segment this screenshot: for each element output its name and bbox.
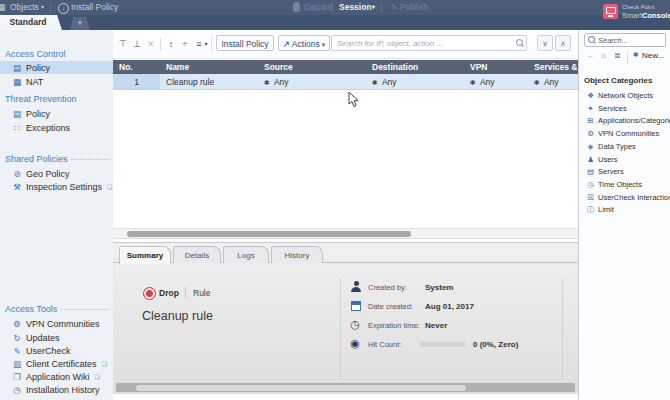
cell-vpn: ✱Any xyxy=(466,74,530,89)
scrollbar-thumb[interactable] xyxy=(127,231,411,237)
category-users[interactable]: ♟Users xyxy=(586,154,670,165)
category-time-objects[interactable]: ◷Time Objects xyxy=(586,179,670,190)
hit-count-bar xyxy=(420,342,466,347)
history-clock-icon: ◷ xyxy=(12,385,22,395)
item-label: Services xyxy=(598,104,627,113)
sidebar-item-client-certificates[interactable]: ▥ Client Certificates ❏ xyxy=(0,357,113,370)
external-link-icon: ❏ xyxy=(102,360,107,367)
sidebar-item-exceptions[interactable]: ∷ Exceptions xyxy=(0,121,113,134)
sidebar-item-vpn-communities[interactable]: ⚙ VPN Communities xyxy=(0,317,113,330)
new-tab-button[interactable]: + xyxy=(70,17,90,30)
column-destination[interactable]: Destination xyxy=(368,60,466,74)
gear-icon: ⚙ xyxy=(586,129,595,138)
list-view-icon[interactable]: ≣ xyxy=(614,51,621,60)
actions-label: Actions xyxy=(292,39,320,49)
tab-summary[interactable]: Summary xyxy=(119,246,171,264)
cell-value: Any xyxy=(480,77,495,87)
item-label: Application Wiki xyxy=(26,372,90,382)
home-icon[interactable]: ⌂ xyxy=(601,51,606,60)
divider xyxy=(562,279,563,379)
item-label: Time Objects xyxy=(598,180,642,189)
sidebar-item-application-wiki[interactable]: ❐ Application Wiki ❏ xyxy=(0,370,113,383)
discard-button[interactable]: Discard xyxy=(304,0,333,15)
sidebar-item-inspection-settings[interactable]: ⚒ Inspection Settings ❏ xyxy=(0,180,113,193)
column-name[interactable]: Name xyxy=(160,60,260,74)
horizontal-scrollbar[interactable] xyxy=(113,228,578,239)
new-object-button[interactable]: New... xyxy=(642,51,664,60)
rulebase-search-input[interactable] xyxy=(331,35,527,51)
section-title: Threat Prevention xyxy=(5,93,77,105)
tab-logs[interactable]: Logs xyxy=(223,246,269,263)
cell-name: Cleanup rule xyxy=(160,74,260,89)
delete-rule-icon[interactable]: ✕ xyxy=(145,36,157,52)
horizontal-scrollbar[interactable] xyxy=(116,383,575,392)
tab-history[interactable]: History xyxy=(271,246,323,263)
sidebar-item-usercheck[interactable]: ✎ UserCheck xyxy=(0,344,113,357)
table-row-cleanup-rule[interactable]: 1 Cleanup rule ✱Any ✱Any ✱Any ✱Any xyxy=(113,74,578,90)
column-vpn[interactable]: VPN xyxy=(466,60,530,74)
item-label: Network Objects xyxy=(598,91,653,100)
action-label: Drop xyxy=(159,288,179,298)
search-next-button[interactable]: ∨ xyxy=(537,35,553,51)
data-types-icon: ◈ xyxy=(586,142,595,151)
actions-button[interactable]: ↗Actions▾ xyxy=(278,35,330,51)
item-label: UserCheck Interactions xyxy=(598,193,670,202)
publish-button[interactable]: Publish xyxy=(400,0,428,15)
add-rule-above-icon[interactable]: ⊤ xyxy=(117,36,129,52)
chevron-down-icon[interactable]: ▾ xyxy=(202,36,210,52)
rule-details-panel: Summary Details Logs History Drop Rule C… xyxy=(113,242,578,394)
clock-icon: ◷ xyxy=(349,318,361,331)
sidebar-item-policy[interactable]: ▤ Policy xyxy=(0,61,113,74)
category-usercheck-interactions[interactable]: ☒UserCheck Interactions xyxy=(586,192,670,203)
cell-source: ✱Any xyxy=(260,74,368,89)
column-services[interactable]: Services & Applications xyxy=(530,60,578,74)
section-threat-prevention: Threat Prevention xyxy=(5,93,109,105)
rulebase-panel: ⊤ ⊥ ✕ ↕ ÷ ≡ ▾ Install Policy ↗Actions▾ ∨… xyxy=(113,30,578,400)
category-limit[interactable]: ⓘLimit xyxy=(586,204,670,215)
category-network-objects[interactable]: ❖Network Objects xyxy=(586,90,670,101)
item-label: NAT xyxy=(26,77,43,87)
brand-smart: Smart xyxy=(622,11,642,20)
add-rule-below-icon[interactable]: ⊥ xyxy=(131,36,143,52)
category-data-types[interactable]: ◈Data Types xyxy=(586,141,670,152)
servers-icon: ▤ xyxy=(586,167,595,176)
tab-standard[interactable]: Standard xyxy=(0,15,62,30)
tab-details[interactable]: Details xyxy=(173,246,221,263)
sidebar-item-installation-history[interactable]: ◷ Installation History xyxy=(0,383,113,396)
sidebar-item-threat-policy[interactable]: ▤ Policy xyxy=(0,107,113,120)
objects-search-input[interactable] xyxy=(584,33,666,47)
any-icon: ✱ xyxy=(534,79,540,86)
expand-rows-icon[interactable]: ↕ xyxy=(165,36,177,52)
search-prev-button[interactable]: ∧ xyxy=(555,35,571,51)
item-label: Geo Policy xyxy=(26,169,70,179)
category-servers[interactable]: ▤Servers xyxy=(586,166,670,177)
column-source[interactable]: Source xyxy=(260,60,368,74)
scrollbar-thumb[interactable] xyxy=(136,385,466,391)
brand-logo: Check Point SmartConsole xyxy=(600,2,670,28)
install-policy-button[interactable]: Install Policy xyxy=(216,35,274,51)
install-policy-menu[interactable]: Install Policy xyxy=(71,0,118,15)
category-applications[interactable]: ⊞Applications/Categories xyxy=(586,115,670,126)
external-link-icon: ❏ xyxy=(95,373,100,380)
divider xyxy=(185,287,186,298)
external-link-icon: ❏ xyxy=(107,183,112,190)
field-label: Created by: xyxy=(368,283,407,292)
nat-icon: ▦ xyxy=(12,77,22,87)
sidebar-item-updates[interactable]: ↻ Updates xyxy=(0,331,113,344)
brand-console: Console xyxy=(642,11,670,20)
sidebar-item-geo-policy[interactable]: ⊘ Geo Policy xyxy=(0,167,113,180)
column-no[interactable]: No. xyxy=(113,60,160,74)
rulebase-header-row: No. Name Source Destination VPN Services… xyxy=(113,60,578,74)
clock-icon: ◷ xyxy=(586,180,595,189)
category-vpn-communities[interactable]: ⚙VPN Communities xyxy=(586,128,670,139)
publish-icon xyxy=(386,3,397,14)
chevron-down-icon: ▾ xyxy=(372,0,375,15)
item-label: Exceptions xyxy=(26,123,70,133)
category-services[interactable]: ✦Services xyxy=(586,103,670,114)
session-menu[interactable]: Session xyxy=(339,0,372,15)
objects-menu[interactable]: Objects xyxy=(10,0,39,15)
sidebar-item-nat[interactable]: ▦ NAT xyxy=(0,75,113,88)
any-icon: ✱ xyxy=(372,79,378,86)
collapse-rows-icon[interactable]: ÷ xyxy=(179,36,191,52)
back-arrow-icon[interactable]: ← xyxy=(587,51,595,60)
